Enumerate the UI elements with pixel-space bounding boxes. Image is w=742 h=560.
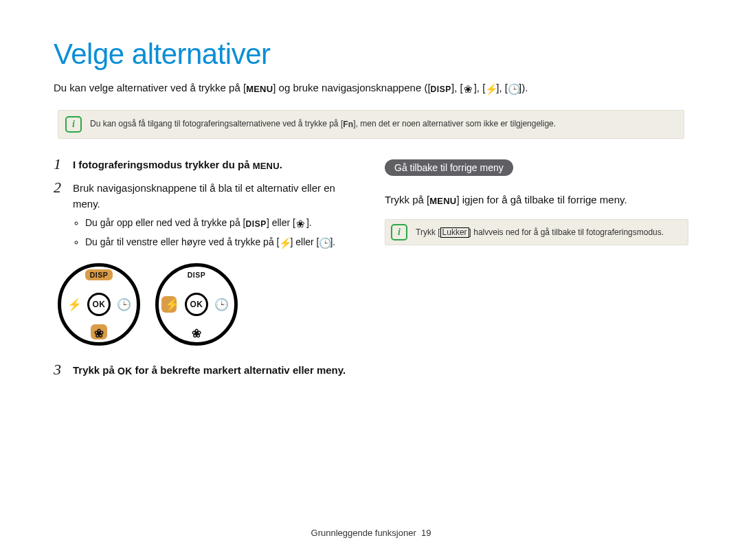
note-text-part: Du kan også få tilgang til fotografering… (90, 119, 343, 128)
flash-icon: ⚡ (485, 82, 496, 98)
page-title: Velge alternativer (54, 38, 688, 71)
paragraph: Trykk på [MENU] igjen for å gå tilbake t… (385, 192, 688, 208)
ok-label: OK (117, 364, 132, 379)
dial-illustrations: DISP ⚡ OK 🕒 ❀ DISP ⚡ OK 🕒 ❀ (58, 263, 357, 346)
note-text-part: Trykk [ (416, 227, 440, 237)
info-note: i Trykk [Lukker] halvveis ned for å gå t… (385, 219, 688, 245)
step-text: I fotograferingsmodus trykker du på (73, 159, 250, 170)
info-icon: i (391, 224, 407, 240)
note-text-part: ], men det er noen alternativer som ikke… (353, 119, 556, 128)
disp-label: DISP (245, 218, 266, 230)
fn-label: Fn (343, 118, 353, 131)
step-text: Trykk på (73, 364, 117, 376)
bullet-text: ] eller [ (290, 236, 319, 247)
intro-text: ], [ (496, 82, 508, 93)
step-text: . (280, 159, 282, 170)
para-text: ] igjen for å gå tilbake til forrige men… (456, 194, 627, 205)
step-number: 2 (54, 180, 66, 254)
nav-dial-horizontal: DISP ⚡ OK 🕒 ❀ (155, 263, 238, 346)
flash-icon: ⚡ (279, 236, 290, 251)
info-note: i Du kan også få tilgang til fotograferi… (58, 110, 684, 139)
step-number: 1 (54, 157, 66, 173)
right-column: Gå tilbake til forrige meny Trykk på [ME… (385, 157, 688, 386)
intro-text: ] og bruke navigasjonsknappene ([ (273, 82, 430, 93)
bullet-text: Du går til venstre eller høyre ved å try… (85, 236, 279, 247)
flash-icon: ⚡ (165, 298, 179, 312)
para-text: Trykk på [ (385, 194, 429, 205)
timer-icon: 🕒 (508, 82, 519, 98)
nav-dial-vertical: DISP ⚡ OK 🕒 ❀ (58, 263, 140, 346)
step-2: Bruk navigasjonsknappene til å bla til e… (73, 180, 357, 254)
timer-icon: 🕒 (319, 236, 330, 251)
info-icon: i (65, 116, 82, 133)
intro-text: Du kan velge alternativer ved å trykke p… (54, 82, 246, 93)
menu-label: MENU (253, 159, 280, 173)
step-heading: Bruk navigasjonsknappene til å bla til e… (73, 180, 357, 212)
intro-text: ], [ (451, 82, 463, 93)
bullet-text: ]. (330, 236, 335, 247)
menu-label: MENU (429, 194, 456, 208)
disp-label: DISP (188, 271, 206, 279)
intro-text: ]). (519, 82, 528, 93)
menu-label: MENU (246, 82, 273, 96)
step-text: for å bekrefte markert alternativ eller … (132, 364, 346, 376)
left-column: 1 I fotograferingsmodus trykker du på ME… (54, 157, 357, 386)
step-1: I fotograferingsmodus trykker du på MENU… (73, 157, 282, 173)
timer-icon: 🕒 (214, 298, 229, 312)
bullet: Du går til venstre eller høyre ved å try… (85, 235, 357, 251)
disp-label: DISP (90, 271, 109, 279)
note-text: Trykk [Lukker] halvveis ned for å gå til… (416, 226, 664, 238)
bullet-text: Du går opp eller ned ved å trykke på [ (85, 217, 245, 228)
step-3: Trykk på OK for å bekrefte markert alter… (73, 362, 346, 379)
step-number: 3 (54, 362, 66, 379)
bullet-text: ] eller [ (267, 217, 295, 228)
ok-button: OK (185, 293, 208, 316)
page-footer: Grunnleggende funksjoner 19 (0, 528, 742, 538)
shutter-key: Lukker (440, 227, 469, 238)
bullet-text: ]. (306, 217, 312, 228)
footer-page-number: 19 (421, 528, 431, 538)
macro-icon: ❀ (295, 216, 306, 232)
macro-icon: ❀ (463, 82, 474, 98)
note-text-part: ] halvveis ned for å gå tilbake til foto… (469, 227, 664, 237)
macro-icon: ❀ (192, 326, 202, 341)
timer-icon: 🕒 (117, 298, 131, 312)
subsection-header: Gå tilbake til forrige meny (385, 159, 513, 176)
note-text: Du kan også få tilgang til fotografering… (90, 117, 556, 131)
flash-icon: ⚡ (67, 298, 82, 312)
intro-paragraph: Du kan velge alternativer ved å trykke p… (54, 80, 688, 98)
bullet: Du går opp eller ned ved å trykke på [DI… (85, 216, 357, 232)
ok-button: OK (87, 293, 111, 316)
footer-section: Grunnleggende funksjoner (311, 528, 416, 538)
intro-text: ], [ (474, 82, 486, 93)
disp-label: DISP (431, 83, 451, 96)
macro-icon: ❀ (94, 326, 104, 341)
